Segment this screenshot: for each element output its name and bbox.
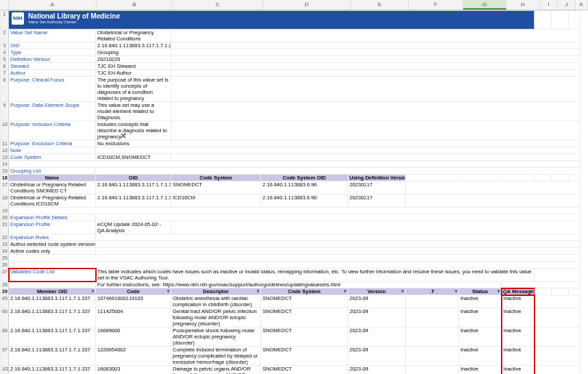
col-header-D[interactable]: D <box>263 0 351 10</box>
value-type: Grouping <box>96 49 171 56</box>
section-grouping-list: Grouping List <box>9 168 96 175</box>
banner-title: National Library of Medicine <box>28 13 120 20</box>
spreadsheet: ABCDEFGHIJK 1 NIH National Library of Me… <box>0 0 588 374</box>
value-purpose-inc: Includes concepts that describe a diagno… <box>96 121 171 140</box>
value-code-system: ICD10CM,SNOMEDCT <box>96 154 171 161</box>
hdr-member-oid: Member OID <box>9 288 96 295</box>
value-set-name: Obstetrical or Pregnancy Related Conditi… <box>96 29 171 42</box>
grouping-header-row: 16 Name OID Code System Code System OID … <box>1 175 580 182</box>
nih-logo: NIH <box>12 12 24 25</box>
label-code-system: Code System <box>9 154 96 161</box>
value-oid: 2.16.840.1.113883.3.117.1.7.1.263 <box>96 42 171 49</box>
value-purpose-des: This value set may use a model element r… <box>96 102 171 121</box>
label-expansion-rules: Expansion Rules <box>9 234 96 241</box>
label-expansion-profile: Expansion Profile <box>9 221 96 234</box>
hdr-status: Status <box>459 288 502 295</box>
label-purpose-inc: Purpose: Inclusion Criteria <box>9 121 96 140</box>
col-header-A[interactable]: A <box>9 0 97 10</box>
col-header-K[interactable]: K <box>576 0 588 10</box>
banner-subtitle: Value Set Authority Center <box>28 20 120 24</box>
hdr-version: Version <box>348 288 406 295</box>
label-def-ver: Definition Version <box>9 56 96 63</box>
value-def-ver: 20210220 <box>96 56 171 63</box>
col-header-B[interactable]: B <box>97 0 173 10</box>
col-header-G[interactable]: G <box>463 0 506 10</box>
hdr-oid: OID <box>96 175 171 182</box>
rule-2: Active codes only <box>9 248 96 255</box>
hdr-tty: .T <box>406 288 459 295</box>
table-row[interactable]: 452.16.840.1.113883.3.117.1.7.1.33710746… <box>1 295 580 308</box>
hdr-name: Name <box>9 175 96 182</box>
value-author: TJC EH Author <box>96 70 171 77</box>
column-headers[interactable]: ABCDEFGHIJK <box>0 0 588 10</box>
section-validated-code-list: Validated Code List <box>9 269 96 282</box>
hdr-code: Code <box>96 288 171 295</box>
rule-1: Author-selected code system versions <box>9 241 96 248</box>
table-row[interactable]: 802.16.840.1.113883.3.117.1.7.1.33716689… <box>1 327 580 347</box>
label-value-set-name: Value Set Name <box>9 29 96 42</box>
col-header-H[interactable]: H <box>506 0 540 10</box>
table-row[interactable]: 17Obstetrical or Pregnancy Related Condi… <box>1 182 580 195</box>
validated-header-row[interactable]: 29 Member OID Code Descriptor Code Syste… <box>1 288 580 295</box>
validated-note: This table indicates which codes have is… <box>96 269 535 282</box>
col-header-C[interactable]: C <box>173 0 263 10</box>
hdr-code-system: Code System <box>261 288 348 295</box>
table-row[interactable]: 972.16.840.1.113883.3.117.1.7.1.33712206… <box>1 347 580 366</box>
value-expansion-profile: eCQM Update 2024-05-02 - QA Analysis <box>96 221 171 234</box>
validated-note2: For further instructions, see: https://w… <box>96 282 502 288</box>
col-header-F[interactable]: F <box>409 0 463 10</box>
table-row[interactable]: 18Obstetrical or Pregnancy Related Condi… <box>1 195 580 208</box>
label-purpose-des: Purpose: Data Element Scope <box>9 102 96 121</box>
label-purpose-exc: Purpose: Exclusion Criteria <box>9 140 96 147</box>
label-purpose-cf: Purpose: Clinical Focus <box>9 77 96 102</box>
label-type: Type <box>9 49 96 56</box>
section-expansion-details: Expansion Profile Details <box>9 214 96 221</box>
table-row[interactable]: 662.16.840.1.113883.3.117.1.7.1.33711142… <box>1 308 580 327</box>
col-header-J[interactable]: J <box>558 0 576 10</box>
label-oid: OID <box>9 42 96 49</box>
table-row[interactable]: 1022.16.840.1.113883.3.117.1.7.1.3371608… <box>1 366 580 375</box>
value-purpose-cf: The purpose of this value set is to iden… <box>96 77 171 102</box>
hdr-descriptor: Descriptor <box>171 288 261 295</box>
hdr-cs-oid: Code System OID <box>261 175 348 182</box>
col-header-E[interactable]: E <box>351 0 409 10</box>
hdr-qa-message: QA Message <box>502 288 535 295</box>
label-steward: Steward <box>9 63 96 70</box>
value-purpose-exc: No exclusions <box>96 140 171 147</box>
col-header-corner[interactable] <box>0 0 9 10</box>
col-header-I[interactable]: I <box>540 0 558 10</box>
hdr-udv: Using Definition Version <box>348 175 406 182</box>
value-steward: TJC EH Steward <box>96 63 171 70</box>
nih-banner: NIH National Library of MedicineValue Se… <box>9 11 534 29</box>
grid[interactable]: 1 NIH National Library of MedicineValue … <box>0 10 580 374</box>
hdr-cs: Code System <box>171 175 261 182</box>
label-note: Note <box>9 147 96 154</box>
label-author: Author <box>9 70 96 77</box>
